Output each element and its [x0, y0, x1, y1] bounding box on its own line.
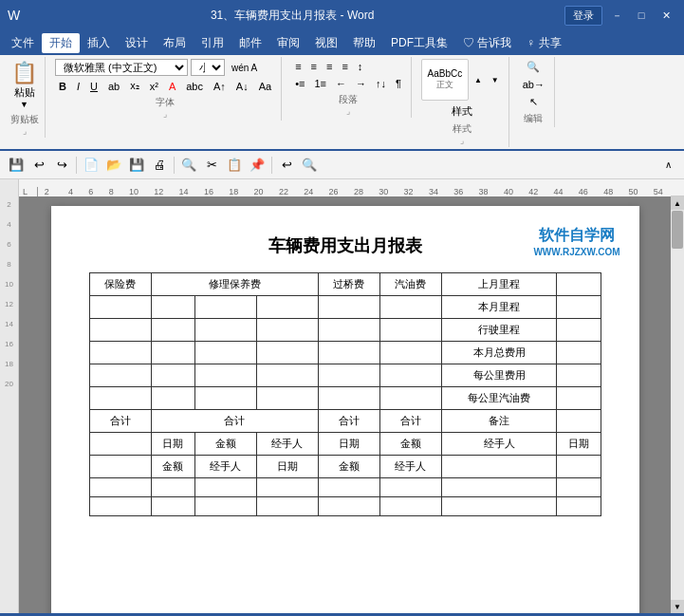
menu-references[interactable]: 引用 — [194, 33, 231, 53]
style-normal[interactable]: AaBbCc 正文 — [421, 59, 469, 101]
login-button[interactable]: 登录 — [564, 6, 602, 26]
underline-button[interactable]: U — [86, 79, 102, 94]
total-maintenance: 合计 — [151, 410, 318, 433]
undo-btn[interactable]: ↩ — [28, 155, 49, 176]
menu-insert[interactable]: 插入 — [80, 33, 118, 53]
ribbon-group-font: 微软雅黑 (中文正文) 小二 wén A B I U ab x₂ x² A ab… — [49, 57, 282, 121]
ribbon-group-clipboard: 📋 粘贴 ▼ 剪贴板 ⌟ — [4, 57, 46, 138]
cell-5-4 — [256, 364, 318, 387]
indent-dec-btn[interactable]: ← — [332, 76, 350, 91]
numbering-btn[interactable]: 1≡ — [310, 76, 330, 91]
paragraph-controls: ≡ ≡ ≡ ≡ ↕ •≡ 1≡ ← → ↑↓ ¶ — [291, 59, 405, 91]
strikethrough-button[interactable]: ab — [104, 79, 123, 94]
menu-view[interactable]: 视图 — [307, 33, 345, 53]
format-painter-btn[interactable]: 📌 — [247, 155, 268, 176]
title-bar: W 31、车辆费用支出月报表 - Word 登录 － □ ✕ — [0, 0, 684, 30]
font-extra-label: wén A — [228, 61, 261, 75]
table-row-5: 每公里费用 — [89, 364, 601, 387]
ribbon-collapse-btn[interactable]: ∧ — [657, 155, 678, 176]
cell-3-5 — [318, 319, 379, 342]
para-expand[interactable]: ⌟ — [346, 106, 350, 116]
cell-6-5 — [318, 387, 379, 410]
open-btn[interactable]: 📂 — [103, 155, 124, 176]
show-marks-btn[interactable]: ¶ — [392, 76, 405, 91]
font-size-up[interactable]: A↑ — [210, 79, 230, 94]
ruler-marks: L │ 2 4681012141618202224262830323436384… — [19, 179, 671, 196]
align-left-btn[interactable]: ≡ — [291, 59, 305, 74]
select-all-btn[interactable]: 🔍 — [299, 155, 320, 176]
close-button[interactable]: ✕ — [656, 5, 676, 26]
detail-date3: 日期 — [557, 433, 601, 456]
menu-share[interactable]: ♀ 共享 — [519, 33, 568, 53]
indent-inc-btn[interactable]: → — [352, 76, 370, 91]
paste-btn[interactable]: 📋 — [224, 155, 245, 176]
italic-button[interactable]: I — [73, 79, 83, 94]
table-row-headers: 保险费 修理保养费 过桥费 汽油费 上月里程 — [89, 273, 601, 296]
highlight-btn[interactable]: abc — [182, 79, 207, 94]
document-title: 车辆费用支出月报表 — [89, 234, 601, 257]
menu-tell-me[interactable]: ♡ 告诉我 — [455, 33, 519, 53]
undo-btn2[interactable]: ↩ — [276, 155, 297, 176]
align-justify-btn[interactable]: ≡ — [338, 59, 351, 74]
line-spacing-btn[interactable]: ↕ — [354, 59, 367, 74]
cell-3-2 — [151, 319, 194, 342]
select-button[interactable]: ↖ — [519, 94, 548, 110]
styles-expand[interactable]: ⌟ — [460, 136, 464, 145]
subscript-button[interactable]: x₂ — [126, 78, 143, 94]
menu-layout[interactable]: 布局 — [156, 33, 194, 53]
cut-btn[interactable]: ✂ — [201, 155, 222, 176]
menu-design[interactable]: 设计 — [118, 33, 156, 53]
menu-review[interactable]: 审阅 — [269, 33, 307, 53]
save-btn[interactable]: 💾 — [6, 155, 27, 176]
find-button[interactable]: 🔍 — [519, 59, 548, 75]
bold-button[interactable]: B — [55, 79, 70, 94]
scroll-thumb[interactable] — [672, 211, 683, 249]
font-expand[interactable]: ⌟ — [163, 109, 167, 119]
paste-button[interactable]: 📋 粘贴 ▼ — [9, 59, 39, 111]
ribbon-content: 📋 粘贴 ▼ 剪贴板 ⌟ 微软雅黑 (中文正文) 小二 wén A — [4, 57, 680, 147]
print-btn[interactable]: 🖨 — [149, 155, 170, 176]
scroll-down-btn[interactable]: ▼ — [671, 600, 684, 613]
superscript-button[interactable]: x² — [146, 79, 162, 94]
font-name-selector[interactable]: 微软雅黑 (中文正文) — [55, 59, 188, 76]
menu-help[interactable]: 帮助 — [345, 33, 383, 53]
new-btn[interactable]: 📄 — [81, 155, 102, 176]
styles-arrow-down[interactable]: ▼ — [488, 74, 503, 86]
editing-inner: 🔍 ab→ ↖ — [519, 59, 548, 110]
search-btn[interactable]: 🔍 — [178, 155, 199, 176]
font-size-selector[interactable]: 小二 — [191, 59, 225, 76]
vertical-scrollbar[interactable]: ▲ ▼ — [671, 196, 684, 613]
detail2-empty3 — [557, 456, 601, 478]
detail2-amount3: 金额 — [151, 456, 194, 478]
save-btn2[interactable]: 💾 — [126, 155, 147, 176]
paste-arrow[interactable]: ▼ — [20, 100, 28, 109]
font-color-btn[interactable]: A — [165, 79, 179, 94]
align-right-btn[interactable]: ≡ — [323, 59, 336, 74]
bullets-btn[interactable]: •≡ — [291, 76, 308, 91]
sort-btn[interactable]: ↑↓ — [372, 76, 390, 91]
font-size-down[interactable]: A↓ — [232, 79, 252, 94]
restore-button[interactable]: □ — [631, 5, 652, 26]
scroll-up-btn[interactable]: ▲ — [671, 196, 684, 210]
col-fuel: 汽油费 — [379, 273, 441, 296]
document-scroll[interactable]: 软件自学网 WWW.RJZXW.COM 车辆费用支出月报表 保险费 修理保养费 … — [19, 196, 671, 613]
styles-main-button[interactable]: 样式 — [448, 103, 476, 121]
menu-mailings[interactable]: 邮件 — [231, 33, 269, 53]
replace-button[interactable]: ab→ — [519, 77, 548, 92]
menu-pdf[interactable]: PDF工具集 — [383, 33, 455, 53]
clipboard-expand[interactable]: ⌟ — [23, 126, 27, 136]
scroll-track[interactable] — [671, 210, 684, 600]
watermark-text: 软件自学网 — [533, 225, 619, 246]
cell-4-8 — [557, 342, 601, 364]
redo-btn[interactable]: ↪ — [51, 155, 72, 176]
detail-amount1: 金额 — [194, 433, 256, 456]
align-center-btn[interactable]: ≡ — [307, 59, 321, 74]
styles-arrow-up[interactable]: ▲ — [471, 74, 486, 86]
cell-4-4 — [256, 342, 318, 364]
menu-home[interactable]: 开始 — [42, 33, 80, 53]
cell-per-km-fuel: 每公里汽油费 — [441, 387, 556, 410]
menu-file[interactable]: 文件 — [4, 33, 42, 53]
minimize-button[interactable]: － — [606, 5, 627, 26]
clear-format[interactable]: Aa — [255, 79, 275, 94]
table-row-6: 每公里汽油费 — [89, 387, 601, 410]
